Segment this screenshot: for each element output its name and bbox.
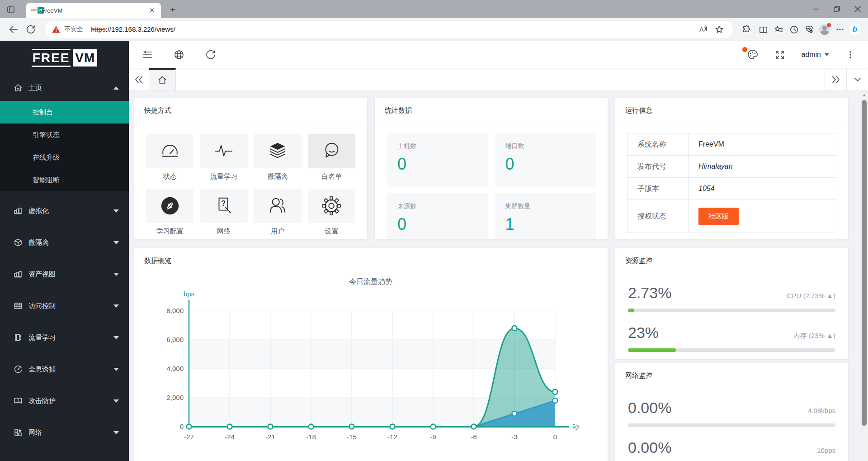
shortcut-micro-isolation[interactable]: 微隔离 [254,134,302,181]
svg-text:bps: bps [184,290,194,298]
theme-palette-icon[interactable] [747,49,759,61]
network-monitor-card: 网络监控 0.00% 4.08kbps 0.00% 10pps [615,363,848,461]
layers-icon [267,141,288,162]
tabs-empty-space [176,68,825,90]
svg-text:-24: -24 [225,433,235,441]
profile-avatar[interactable] [817,22,832,37]
svg-text:2,000: 2,000 [166,394,184,401]
shortcut-whitelist[interactable]: 白名单 [308,134,355,181]
close-window-button[interactable] [847,0,868,18]
split-screen-icon[interactable] [756,22,770,37]
sidebar-item-micro-isolation[interactable]: 微隔离 [0,227,129,258]
sidebar-item-online-upgrade[interactable]: 在线升级 [0,146,129,169]
shortcut-status[interactable]: 状态 [146,134,193,181]
shortcut-learning-config[interactable]: 学习配置 [146,189,193,236]
profile-alert-dot [827,23,831,27]
runtime-card: 运行信息 系统名称FreeVM 发布代号Himalayan 子版本1054 授权… [615,98,848,239]
sidebar-item-asset-view[interactable]: 资产视图 [0,258,129,290]
divider [87,25,87,33]
shortcut-network[interactable]: ? 网络 [200,189,247,236]
sidebar-item-console[interactable]: 控制台 [0,101,129,124]
freevm-logo: FREEVM [0,41,129,75]
back-icon[interactable] [6,22,21,37]
sidebar-item-engine-status[interactable]: 引擎状态 [0,124,129,146]
bing-copilot-icon[interactable]: b [848,23,862,36]
svg-text:8,000: 8,000 [166,307,184,314]
address-bar[interactable]: 不安全 https://192.168.3.226/views/ A [45,21,733,38]
doc-question-icon: ? [213,195,234,216]
svg-text:-15: -15 [347,433,357,441]
shortcut-traffic-learning[interactable]: 流量学习 [200,134,247,181]
shortcut-settings[interactable]: 设置 [308,189,355,236]
tab-close-icon[interactable]: ✕ [147,6,156,15]
gauge-icon [160,141,180,162]
cpu-progressbar [628,309,835,312]
favorite-star-icon[interactable] [712,22,726,37]
sidebar-item-traffic-learning[interactable]: 流量学习 [0,322,129,353]
bar-chart-icon [14,206,23,215]
scroll-up-icon[interactable]: ▲ [860,91,868,99]
expand-caret-icon [113,368,119,371]
scrollbar-thumb[interactable] [862,100,867,426]
bar-chart-icon [14,270,23,279]
svg-text:?: ? [221,199,226,207]
svg-text:0: 0 [180,423,184,430]
sidebar-item-virtualization[interactable]: 虚拟化 [0,195,129,227]
card-title: 统计数据 [375,98,608,123]
svg-text:6,000: 6,000 [166,336,184,343]
browser-tab-title: FreeVM [42,7,144,14]
browser-essentials-icon[interactable] [802,22,816,37]
kebab-menu-icon[interactable] [844,49,856,61]
reload-page-icon[interactable] [205,49,217,61]
sidebar-item-holographic-decoy[interactable]: 全息诱捕 [0,353,129,385]
tabs-scroll-left-icon[interactable] [129,68,149,90]
sidebar-item-attack-protection[interactable]: 攻击防护 [0,385,129,417]
tabs-scroll-right-icon[interactable] [825,68,846,90]
svg-text:-6: -6 [471,433,476,441]
table-row: 发布代号Himalayan [627,156,836,178]
sidebar-item-network[interactable]: 网络 [0,417,129,448]
stat-ports: 端口数 0 [495,133,596,187]
table-row: 系统名称FreeVM [627,133,836,156]
pps-percent: 0.00% [628,439,671,456]
card-title: 快捷方式 [134,98,367,123]
home-icon [14,83,23,92]
tab-actions-icon[interactable] [5,4,17,15]
language-globe-icon[interactable] [173,49,185,61]
user-menu[interactable]: admin [801,51,829,59]
fullscreen-icon[interactable] [774,49,786,61]
tab-home[interactable] [149,68,176,90]
shortcuts-card: 快捷方式 状态 流量学习 微隔离 [134,98,367,239]
new-tab-button[interactable]: + [166,4,179,16]
compass-icon [160,195,180,216]
sidebar-item-smart-block[interactable]: 智能阻断 [0,169,129,191]
history-icon[interactable] [787,22,801,37]
browser-tab[interactable]: FREEVM FreeVM ✕ [26,3,161,18]
minimize-button[interactable] [806,0,826,18]
page-scrollbar[interactable]: ▲ [860,91,868,461]
open-book-icon [14,396,23,405]
collapse-sidebar-icon[interactable] [142,49,153,61]
svg-text:今日流量趋势: 今日流量趋势 [349,278,392,285]
memory-percent: 23% [628,324,659,342]
expand-caret-icon [113,241,119,244]
tabs-menu-chevron-icon[interactable] [846,68,868,90]
restore-button[interactable] [826,0,847,18]
extensions-icon[interactable] [739,22,754,37]
read-aloud-icon[interactable]: A [696,22,710,37]
bandwidth-percent: 0.00% [628,399,671,417]
refresh-icon[interactable] [24,22,38,37]
page-tabs-row [129,68,868,91]
pps-monitor: 0.00% 10pps [628,439,835,461]
expand-caret-icon [113,431,119,434]
user-menu-caret-icon [825,53,829,56]
card-title: 运行信息 [615,98,848,123]
shortcut-users[interactable]: 用户 [254,189,302,236]
sidebar-item-access-control[interactable]: 访问控制 [0,290,129,322]
svg-text:秒: 秒 [572,423,579,431]
sidebar-item-home[interactable]: 主页 [0,75,129,101]
license-badge[interactable]: 社区版 [698,208,739,225]
table-icon [14,301,23,310]
favorites-bar-icon[interactable] [771,22,786,37]
settings-more-icon[interactable] [833,22,847,37]
